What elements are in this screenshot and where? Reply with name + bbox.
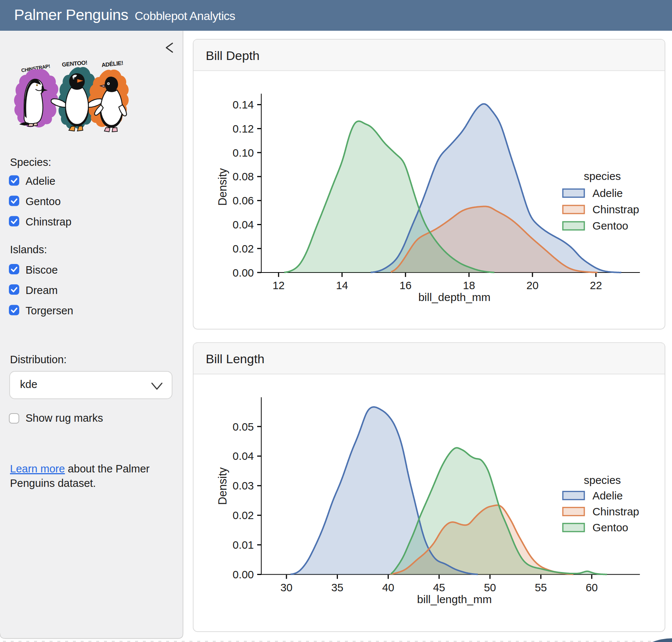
svg-text:60: 60: [586, 581, 598, 593]
svg-text:species: species: [584, 170, 621, 182]
svg-text:Bill Length: Bill Length: [206, 352, 265, 366]
svg-text:Chinstrap: Chinstrap: [26, 216, 71, 228]
svg-text:45: 45: [433, 581, 445, 593]
svg-text:Gentoo: Gentoo: [592, 220, 628, 232]
svg-text:Cobblepot Analytics: Cobblepot Analytics: [135, 9, 235, 23]
svg-text:Gentoo: Gentoo: [592, 521, 628, 534]
svg-text:0.14: 0.14: [233, 98, 254, 111]
svg-text:0.10: 0.10: [233, 147, 254, 159]
svg-text:Adelie: Adelie: [592, 187, 623, 199]
svg-text:40: 40: [382, 581, 394, 593]
svg-text:18: 18: [463, 279, 475, 291]
svg-text:Density: Density: [216, 168, 229, 205]
svg-text:22: 22: [590, 279, 602, 291]
svg-text:0.06: 0.06: [233, 194, 254, 207]
svg-text:0.02: 0.02: [233, 243, 254, 255]
svg-text:Adelie: Adelie: [592, 489, 623, 502]
svg-text:12: 12: [272, 279, 285, 291]
svg-text:0.01: 0.01: [233, 539, 254, 551]
svg-text:species: species: [584, 474, 621, 486]
svg-text:Penguins dataset.: Penguins dataset.: [10, 477, 96, 489]
svg-text:14: 14: [336, 279, 348, 291]
svg-text:0.05: 0.05: [233, 421, 254, 433]
svg-text:0.03: 0.03: [233, 479, 254, 492]
svg-text:30: 30: [280, 581, 293, 593]
svg-text:bill_length_mm: bill_length_mm: [417, 593, 492, 605]
svg-text:16: 16: [399, 279, 411, 291]
svg-text:Gentoo: Gentoo: [26, 195, 61, 207]
svg-text:Biscoe: Biscoe: [26, 264, 58, 276]
svg-text:0.02: 0.02: [233, 509, 254, 521]
svg-text:Islands:: Islands:: [10, 244, 47, 255]
svg-text:Bill Depth: Bill Depth: [206, 49, 260, 63]
svg-text:Palmer Penguins: Palmer Penguins: [14, 6, 128, 23]
svg-text:0.00: 0.00: [233, 267, 254, 279]
svg-text:55: 55: [535, 581, 547, 593]
svg-text:0.04: 0.04: [233, 218, 254, 231]
svg-text:0.00: 0.00: [233, 568, 254, 581]
svg-text:Adelie: Adelie: [26, 175, 56, 187]
svg-text:0.04: 0.04: [233, 450, 254, 462]
svg-text:Distribution:: Distribution:: [10, 354, 67, 365]
svg-text:Chinstrap: Chinstrap: [592, 505, 639, 518]
svg-text:Torgersen: Torgersen: [26, 305, 73, 317]
svg-text:Dream: Dream: [26, 284, 58, 296]
svg-text:bill_depth_mm: bill_depth_mm: [418, 291, 490, 303]
svg-text:Species:: Species:: [10, 156, 51, 168]
svg-text:Chinstrap: Chinstrap: [592, 203, 639, 215]
svg-text:35: 35: [331, 581, 343, 593]
svg-text:20: 20: [526, 279, 538, 291]
svg-text:Show rug marks: Show rug marks: [26, 412, 103, 424]
svg-text:50: 50: [484, 581, 496, 593]
svg-text:Density: Density: [216, 467, 229, 505]
svg-text:kde: kde: [20, 378, 37, 390]
svg-text:0.12: 0.12: [233, 123, 254, 135]
svg-text:0.08: 0.08: [233, 170, 254, 183]
svg-text:Learn more about the Palmer: Learn more about the Palmer: [10, 463, 150, 475]
